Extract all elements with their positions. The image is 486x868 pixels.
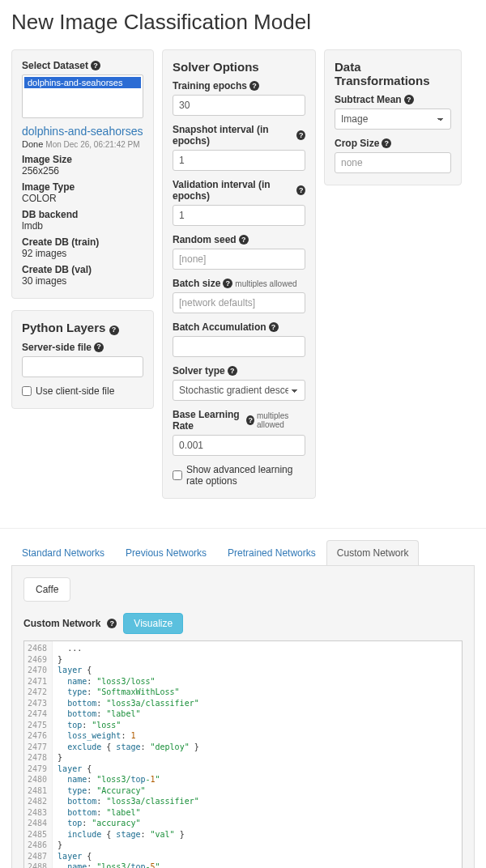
help-icon[interactable]: ? bbox=[109, 326, 119, 335]
training-epochs-label: Training epochs ? bbox=[173, 80, 305, 91]
show-advanced-lr-checkbox-input[interactable] bbox=[173, 470, 182, 480]
training-epochs-input[interactable] bbox=[173, 95, 305, 116]
dataset-meta-key: Create DB (train) bbox=[22, 236, 143, 248]
python-layers-heading: Python Layers ? bbox=[22, 321, 143, 335]
help-icon[interactable]: ? bbox=[296, 130, 305, 140]
client-side-file-checkbox[interactable]: Use client-side file bbox=[22, 385, 143, 397]
help-icon[interactable]: ? bbox=[94, 343, 104, 352]
server-side-file-label: Server-side file ? bbox=[22, 342, 143, 353]
help-icon[interactable]: ? bbox=[91, 61, 100, 70]
page-title: New Image Classification Model bbox=[11, 10, 475, 35]
batch-size-input[interactable] bbox=[173, 292, 305, 313]
custom-network-label: Custom Network bbox=[23, 618, 100, 629]
help-icon[interactable]: ? bbox=[269, 322, 279, 332]
learning-rate-multiples-note: multiples allowed bbox=[257, 411, 305, 429]
code-gutter: 2468 2469 2470 2471 2472 2473 2474 2475 … bbox=[24, 641, 53, 868]
validation-interval-input[interactable] bbox=[173, 205, 305, 226]
snapshot-interval-label: Snapshot interval (in epochs) ? bbox=[173, 124, 305, 147]
tab-pretrained-networks[interactable]: Pretrained Networks bbox=[217, 540, 326, 565]
crop-size-label: Crop Size ? bbox=[335, 138, 451, 149]
dataset-meta-key: Create DB (val) bbox=[22, 264, 143, 275]
custom-network-editor[interactable]: 2468 2469 2470 2471 2472 2473 2474 2475 … bbox=[23, 640, 463, 868]
subtract-mean-select[interactable]: Image bbox=[335, 108, 451, 130]
help-icon[interactable]: ? bbox=[382, 138, 391, 148]
dataset-meta-value: 256x256 bbox=[22, 165, 143, 177]
python-layers-panel: Python Layers ? Server-side file ? Use c… bbox=[11, 310, 154, 409]
tab-custom-network[interactable]: Custom Network bbox=[326, 540, 420, 565]
batch-size-multiples-note: multiples allowed bbox=[235, 279, 296, 288]
visualize-button[interactable]: Visualize bbox=[123, 613, 183, 634]
divider bbox=[0, 528, 486, 529]
show-advanced-lr-label: Show advanced learning rate options bbox=[186, 464, 305, 487]
server-side-file-input[interactable] bbox=[22, 356, 143, 377]
dataset-meta-value: 92 images bbox=[22, 248, 143, 259]
code-content[interactable]: ...}layer { name: "loss3/loss" type: "So… bbox=[53, 641, 462, 868]
help-icon[interactable]: ? bbox=[404, 95, 414, 104]
dataset-meta: Image Size256x256Image TypeCOLORDB backe… bbox=[22, 154, 143, 287]
custom-network-tab-body: Caffe Custom Network ? Visualize 2468 24… bbox=[11, 566, 475, 868]
dataset-listbox[interactable]: dolphins-and-seahorses bbox=[22, 74, 143, 118]
base-learning-rate-input[interactable] bbox=[173, 435, 305, 456]
crop-size-input[interactable] bbox=[335, 152, 451, 173]
help-icon[interactable]: ? bbox=[296, 185, 305, 195]
data-transformations-heading: Data Transformations bbox=[335, 60, 451, 87]
dataset-meta-key: Image Size bbox=[22, 154, 143, 165]
batch-size-label: Batch size ? multiples allowed bbox=[173, 278, 305, 289]
client-side-file-label: Use client-side file bbox=[36, 385, 114, 397]
select-dataset-label: Select Dataset ? bbox=[22, 60, 143, 71]
solver-options-panel: Solver Options Training epochs ? Snapsho… bbox=[162, 49, 316, 499]
show-advanced-lr-checkbox[interactable]: Show advanced learning rate options bbox=[173, 464, 305, 487]
batch-accumulation-input[interactable] bbox=[173, 336, 305, 357]
data-transformations-panel: Data Transformations Subtract Mean ? Ima… bbox=[324, 49, 462, 185]
client-side-file-checkbox-input[interactable] bbox=[22, 386, 32, 396]
dataset-meta-value: lmdb bbox=[22, 220, 143, 232]
network-tabs: Standard NetworksPrevious NetworksPretra… bbox=[11, 540, 475, 566]
help-icon[interactable]: ? bbox=[223, 279, 232, 288]
dataset-meta-key: Image Type bbox=[22, 181, 143, 193]
dataset-selected-link[interactable]: dolphins-and-seahorses bbox=[22, 125, 143, 138]
solver-type-label: Solver type ? bbox=[173, 365, 305, 377]
solver-options-heading: Solver Options bbox=[173, 60, 305, 74]
select-dataset-heading: Select Dataset bbox=[22, 60, 88, 71]
random-seed-input[interactable] bbox=[173, 249, 305, 270]
subtab-caffe[interactable]: Caffe bbox=[23, 577, 70, 602]
dataset-meta-value: COLOR bbox=[22, 193, 143, 204]
validation-interval-label: Validation interval (in epochs) ? bbox=[173, 179, 305, 202]
dataset-list-item[interactable]: dolphins-and-seahorses bbox=[24, 77, 141, 88]
snapshot-interval-input[interactable] bbox=[173, 150, 305, 171]
tab-previous-networks[interactable]: Previous Networks bbox=[115, 540, 217, 565]
dataset-meta-value: 30 images bbox=[22, 275, 143, 287]
help-icon[interactable]: ? bbox=[239, 235, 249, 245]
subtract-mean-label: Subtract Mean ? bbox=[335, 94, 451, 105]
batch-accumulation-label: Batch Accumulation ? bbox=[173, 321, 305, 333]
help-icon[interactable]: ? bbox=[107, 619, 117, 628]
help-icon[interactable]: ? bbox=[246, 415, 254, 425]
random-seed-label: Random seed ? bbox=[173, 234, 305, 245]
help-icon[interactable]: ? bbox=[228, 366, 237, 376]
solver-type-select[interactable]: Stochastic gradient descent (SGD) bbox=[173, 380, 305, 401]
tab-standard-networks[interactable]: Standard Networks bbox=[11, 540, 115, 565]
base-learning-rate-label: Base Learning Rate ? multiples allowed bbox=[173, 409, 305, 432]
select-dataset-panel: Select Dataset ? dolphins-and-seahorses … bbox=[11, 49, 154, 299]
dataset-meta-key: DB backend bbox=[22, 209, 143, 220]
help-icon[interactable]: ? bbox=[249, 81, 259, 91]
dataset-status: Done Mon Dec 26, 06:21:42 PM bbox=[22, 139, 143, 149]
